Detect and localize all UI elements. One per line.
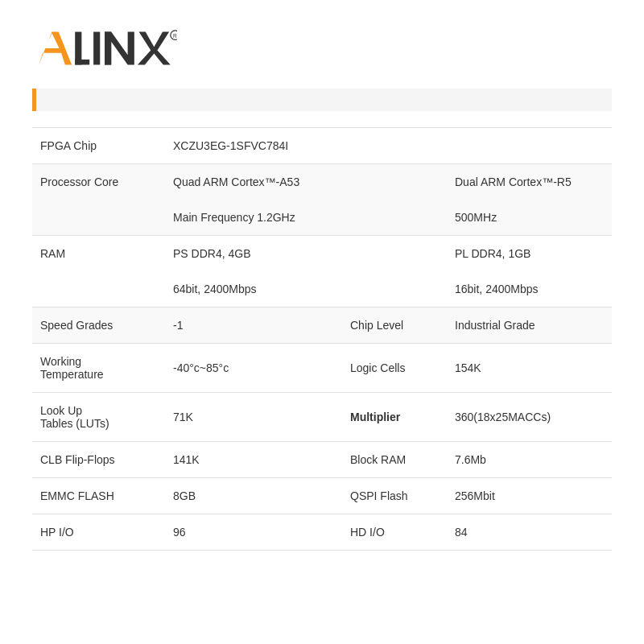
row-val1: 141K bbox=[165, 442, 342, 478]
row-label: HP I/O bbox=[32, 514, 165, 551]
row-val1: Main Frequency 1.2GHz bbox=[165, 200, 342, 236]
table-row: FPGA ChipXCZU3EG-1SFVC784I bbox=[32, 128, 612, 164]
row-label: Speed Grades bbox=[32, 308, 165, 344]
table-row: Speed Grades-1Chip LevelIndustrial Grade bbox=[32, 308, 612, 344]
page: R FPGA ChipXCZU3EG-1SFVC784IProcessor Co… bbox=[0, 0, 644, 644]
table-row: Working Temperature-40°c~85°cLogic Cells… bbox=[32, 344, 612, 393]
row-val1: 64bit, 2400Mbps bbox=[165, 271, 342, 308]
row-val2: 7.6Mb bbox=[447, 442, 612, 478]
row-val2 bbox=[447, 128, 612, 164]
row-label2 bbox=[342, 236, 447, 272]
row-val1: 8GB bbox=[165, 478, 342, 514]
section-header bbox=[32, 89, 612, 111]
row-val1: 96 bbox=[165, 514, 342, 551]
table-row: HP I/O96HD I/O84 bbox=[32, 514, 612, 551]
table-row: 64bit, 2400Mbps16bit, 2400Mbps bbox=[32, 271, 612, 308]
table-row: EMMC FLASH8GBQSPI Flash256Mbit bbox=[32, 478, 612, 514]
table-row: Look Up Tables (LUTs)71KMultiplier360(18… bbox=[32, 393, 612, 442]
alinx-logo: R bbox=[32, 24, 177, 72]
logo-area: R bbox=[32, 24, 612, 72]
table-row: Processor CoreQuad ARM Cortex™-A53Dual A… bbox=[32, 164, 612, 200]
svg-rect-3 bbox=[75, 60, 89, 65]
row-label: FPGA Chip bbox=[32, 128, 165, 164]
section-title bbox=[36, 89, 68, 111]
row-val1: 71K bbox=[165, 393, 342, 442]
table-row: CLB Flip-Flops141KBlock RAM7.6Mb bbox=[32, 442, 612, 478]
table-row: RAMPS DDR4, 4GBPL DDR4, 1GB bbox=[32, 236, 612, 272]
params-table: FPGA ChipXCZU3EG-1SFVC784IProcessor Core… bbox=[32, 127, 612, 551]
svg-rect-4 bbox=[93, 32, 100, 65]
row-val2: Dual ARM Cortex™-R5 bbox=[447, 164, 612, 200]
table-row: Main Frequency 1.2GHz500MHz bbox=[32, 200, 612, 236]
row-label2: Block RAM bbox=[342, 442, 447, 478]
row-label: EMMC FLASH bbox=[32, 478, 165, 514]
row-label2 bbox=[342, 200, 447, 236]
row-label2: Chip Level bbox=[342, 308, 447, 344]
row-val1: PS DDR4, 4GB bbox=[165, 236, 342, 272]
row-val2: 360(18x25MACCs) bbox=[447, 393, 612, 442]
row-label2 bbox=[342, 164, 447, 200]
row-label2 bbox=[342, 271, 447, 308]
row-label: CLB Flip-Flops bbox=[32, 442, 165, 478]
row-label2 bbox=[342, 128, 447, 164]
row-label2: Logic Cells bbox=[342, 344, 447, 393]
row-val2: 256Mbit bbox=[447, 478, 612, 514]
row-label: RAM bbox=[32, 236, 165, 272]
row-val2: PL DDR4, 1GB bbox=[447, 236, 612, 272]
row-val2: 154K bbox=[447, 344, 612, 393]
row-label2: QSPI Flash bbox=[342, 478, 447, 514]
row-val2: 500MHz bbox=[447, 200, 612, 236]
row-label: Processor Core bbox=[32, 164, 165, 200]
row-val1: Quad ARM Cortex™-A53 bbox=[165, 164, 342, 200]
row-label: Working Temperature bbox=[32, 344, 165, 393]
row-val2: 84 bbox=[447, 514, 612, 551]
row-val1: -1 bbox=[165, 308, 342, 344]
row-val2: 16bit, 2400Mbps bbox=[447, 271, 612, 308]
row-val2: Industrial Grade bbox=[447, 308, 612, 344]
row-label: Look Up Tables (LUTs) bbox=[32, 393, 165, 442]
svg-marker-7 bbox=[138, 32, 171, 65]
row-val1: XCZU3EG-1SFVC784I bbox=[165, 128, 342, 164]
row-label bbox=[32, 200, 165, 236]
row-label2: HD I/O bbox=[342, 514, 447, 551]
row-label bbox=[32, 271, 165, 308]
row-label2: Multiplier bbox=[342, 393, 447, 442]
svg-marker-6 bbox=[105, 32, 134, 65]
row-val1: -40°c~85°c bbox=[165, 344, 342, 393]
svg-text:R: R bbox=[173, 33, 177, 39]
